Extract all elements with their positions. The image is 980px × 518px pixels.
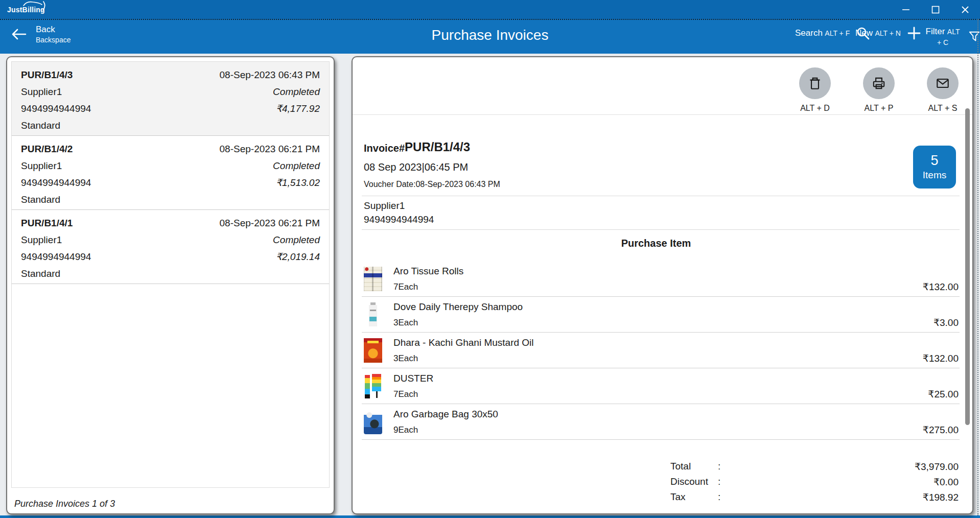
invoice-card[interactable]: PUR/B1/4/1 08-Sep-2023 06:21 PM Supplier… — [12, 210, 329, 284]
close-button[interactable] — [958, 2, 973, 17]
delete-shortcut: ALT + D — [793, 104, 837, 113]
total-colon: : — [718, 461, 720, 472]
invoice-date: 08-Sep-2023 06:43 PM — [220, 66, 320, 83]
print-icon — [871, 76, 886, 91]
invoice-type: Standard — [21, 117, 60, 134]
product-image — [364, 374, 382, 398]
total-label: Total — [670, 461, 691, 472]
print-button-circle — [863, 67, 895, 99]
product-image — [364, 338, 382, 363]
purchase-item-row: Aro Garbage Bag 30x50 9Each ₹275.00 — [362, 404, 960, 440]
product-image — [364, 267, 382, 291]
minimize-icon — [902, 6, 910, 14]
invoice-status: Completed — [273, 157, 320, 174]
product-qty: 3Each — [393, 354, 418, 364]
invoice-type: Standard — [21, 265, 60, 282]
invoice-type: Standard — [21, 191, 60, 208]
invoice-amount: ₹2,019.14 — [276, 248, 320, 265]
plus-icon — [907, 26, 921, 40]
invoice-list-panel: PUR/B1/4/3 08-Sep-2023 06:43 PM Supplier… — [6, 56, 335, 514]
totals-section: Total : ₹3,979.00 Discount : ₹0.00 Tax :… — [362, 461, 960, 507]
purchase-item-row: Dove Daily Therepy Shampoo 3Each ₹3.00 — [362, 297, 960, 333]
invoice-date: 08-Sep-2023 06:21 PM — [220, 140, 320, 157]
list-pagination-status: Purchase Invoices 1 of 3 — [14, 499, 115, 509]
total-row: Discount : ₹0.00 — [362, 476, 960, 491]
product-qty: 3Each — [393, 318, 418, 328]
cloud-swirl-icon — [21, 1, 53, 12]
delete-button-circle — [799, 67, 831, 99]
invoice-supplier: Supplier1 — [21, 157, 62, 174]
total-colon: : — [718, 491, 720, 503]
items-count-badge: 5 Items — [913, 146, 956, 189]
new-shortcut: ALT + N — [875, 29, 900, 37]
window-controls — [898, 0, 973, 19]
voucher-date: Voucher Date:08-Sep-2023 06:43 PM — [364, 180, 500, 189]
window-bottom-edge — [0, 515, 980, 518]
invoice-list: PUR/B1/4/3 08-Sep-2023 06:43 PM Supplier… — [11, 61, 330, 488]
product-name: Dove Daily Therepy Shampoo — [393, 301, 523, 313]
invoice-label: Invoice# — [364, 140, 405, 154]
divider — [362, 229, 960, 230]
send-shortcut: ALT + S — [921, 104, 965, 113]
purchase-item-row: Dhara - Kachi Ghani Mustard Oil 3Each ₹1… — [362, 333, 960, 368]
window-titlebar: JustBilling — [0, 0, 980, 19]
product-name: Aro Tissue Rolls — [393, 266, 463, 277]
invoice-phone: 9494994944994 — [21, 248, 91, 265]
invoice-amount: ₹4,177.92 — [276, 100, 320, 117]
minimize-button[interactable] — [898, 2, 914, 17]
product-qty: 7Each — [393, 389, 418, 399]
product-name: DUSTER — [393, 373, 433, 384]
purchase-item-list: Aro Tissue Rolls 7Each ₹132.00 Dove Dail… — [362, 261, 960, 440]
total-label: Discount — [670, 476, 708, 487]
invoice-datetime: 08 Sep 2023|06:45 PM — [364, 161, 468, 173]
invoice-phone: 9494994944994 — [21, 174, 91, 191]
product-qty: 9Each — [393, 425, 418, 435]
total-value: ₹3,979.00 — [915, 461, 959, 473]
product-image — [364, 410, 382, 434]
purchase-item-heading: Purchase Item — [353, 238, 960, 249]
invoice-card[interactable]: PUR/B1/4/3 08-Sep-2023 06:43 PM Supplier… — [12, 62, 329, 136]
search-shortcut: ALT + F — [825, 29, 850, 37]
divider — [353, 114, 972, 115]
invoice-supplier: Supplier1 — [21, 83, 62, 100]
purchase-item-row: DUSTER 7Each ₹25.00 — [362, 368, 960, 404]
invoice-supplier: Supplier1 — [21, 231, 62, 248]
maximize-button[interactable] — [928, 2, 943, 17]
envelope-icon — [935, 76, 950, 91]
print-shortcut: ALT + P — [857, 104, 901, 113]
product-qty: 7Each — [393, 282, 418, 292]
product-name: Dhara - Kachi Ghani Mustard Oil — [393, 337, 534, 348]
invoice-card[interactable]: PUR/B1/4/2 08-Sep-2023 06:21 PM Supplier… — [12, 136, 329, 210]
new-button[interactable]: New ALT + N — [855, 26, 921, 40]
filter-button[interactable]: Filter ALT + C — [923, 26, 980, 48]
filter-label: Filter — [926, 27, 945, 36]
page-header: Back Backspace Purchase Invoices Search … — [0, 19, 980, 54]
delete-button[interactable]: ALT + D — [793, 67, 837, 113]
detail-scrollbar-thumb[interactable] — [965, 108, 970, 425]
total-value: ₹0.00 — [934, 476, 959, 488]
invoice-number: PUR/B1/4/2 — [21, 140, 73, 157]
search-label: Search — [795, 28, 823, 38]
divider — [362, 196, 960, 196]
invoice-amount: ₹1,513.02 — [276, 174, 320, 191]
items-count: 5 — [913, 153, 956, 169]
trash-icon — [807, 76, 823, 91]
print-button[interactable]: ALT + P — [857, 67, 901, 113]
invoice-detail-panel: ALT + D ALT + P ALT + S Invoice# PUR/B1/… — [352, 56, 973, 514]
maximize-icon — [931, 6, 940, 14]
total-colon: : — [718, 476, 720, 487]
justbilling-logo: JustBilling — [7, 4, 45, 16]
total-row: Tax : ₹198.92 — [362, 491, 960, 507]
detail-phone: 9494994944994 — [364, 214, 434, 225]
invoice-number: PUR/B1/4/3 — [21, 66, 73, 83]
focus-edge — [977, 19, 978, 515]
invoice-phone: 9494994944994 — [21, 100, 91, 117]
invoice-status: Completed — [273, 83, 320, 100]
items-count-label: Items — [913, 170, 956, 181]
total-label: Tax — [670, 491, 686, 503]
send-button-circle — [927, 67, 959, 99]
new-label: New — [855, 28, 873, 38]
invoice-date: 08-Sep-2023 06:21 PM — [220, 215, 320, 231]
product-name: Aro Garbage Bag 30x50 — [393, 409, 498, 420]
send-button[interactable]: ALT + S — [921, 67, 965, 113]
